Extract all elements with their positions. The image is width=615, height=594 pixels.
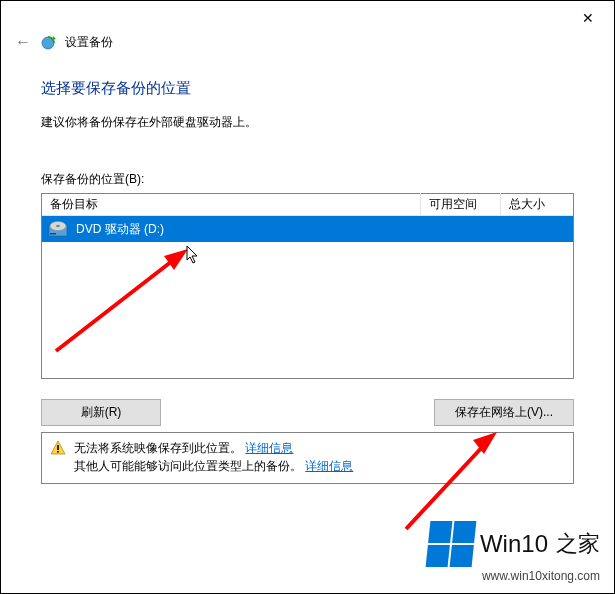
svg-marker-1 (52, 36, 56, 40)
svg-point-4 (56, 225, 60, 227)
warning-text: 无法将系统映像保存到此位置。 详细信息 其他人可能能够访问此位置类型上的备份。 … (74, 439, 353, 475)
window-title: 设置备份 (65, 34, 113, 51)
col-total[interactable]: 总大小 (501, 193, 573, 216)
window-header: ← 设置备份 (1, 31, 614, 61)
save-network-button[interactable]: 保存在网络上(V)... (434, 399, 574, 426)
page-heading: 选择要保存备份的位置 (41, 79, 574, 98)
warn-line1: 无法将系统映像保存到此位置。 (74, 441, 242, 455)
button-row: 刷新(R) 保存在网络上(V)... (41, 399, 574, 426)
warning-icon (50, 440, 66, 456)
watermark-url: www.win10xitong.com (428, 569, 600, 583)
refresh-button[interactable]: 刷新(R) (41, 399, 161, 426)
drive-row[interactable]: DVD 驱动器 (D:) (42, 216, 573, 242)
list-label: 保存备份的位置(B): (41, 171, 574, 188)
warning-box: 无法将系统映像保存到此位置。 详细信息 其他人可能能够访问此位置类型上的备份。 … (41, 432, 574, 484)
dvd-drive-icon (48, 220, 68, 238)
watermark-brand: Win10 (480, 530, 548, 558)
page-subtext: 建议你将备份保存在外部硬盘驱动器上。 (41, 114, 574, 131)
watermark-suffix: 之家 (556, 529, 600, 559)
windows-logo-icon (426, 521, 477, 567)
svg-rect-8 (57, 451, 59, 453)
details-link-1[interactable]: 详细信息 (245, 441, 293, 455)
svg-rect-7 (57, 445, 59, 450)
col-target[interactable]: 备份目标 (42, 193, 421, 216)
backup-icon (39, 33, 57, 51)
back-button[interactable]: ← (15, 33, 31, 51)
drive-list-header: 备份目标 可用空间 总大小 (42, 194, 573, 216)
close-button[interactable]: ✕ (566, 5, 610, 31)
drive-list[interactable]: 备份目标 可用空间 总大小 DVD 驱动器 (D:) (41, 193, 574, 379)
watermark: Win10之家 www.win10xitong.com (428, 521, 600, 583)
titlebar: ✕ (1, 1, 614, 31)
col-free[interactable]: 可用空间 (421, 193, 501, 216)
details-link-2[interactable]: 详细信息 (305, 459, 353, 473)
drive-list-body: DVD 驱动器 (D:) (42, 216, 573, 378)
close-icon: ✕ (582, 10, 594, 26)
main-content: 选择要保存备份的位置 建议你将备份保存在外部硬盘驱动器上。 保存备份的位置(B)… (1, 61, 614, 484)
svg-rect-5 (50, 233, 56, 235)
warn-line2: 其他人可能能够访问此位置类型上的备份。 (74, 459, 302, 473)
drive-name: DVD 驱动器 (D:) (76, 221, 164, 238)
